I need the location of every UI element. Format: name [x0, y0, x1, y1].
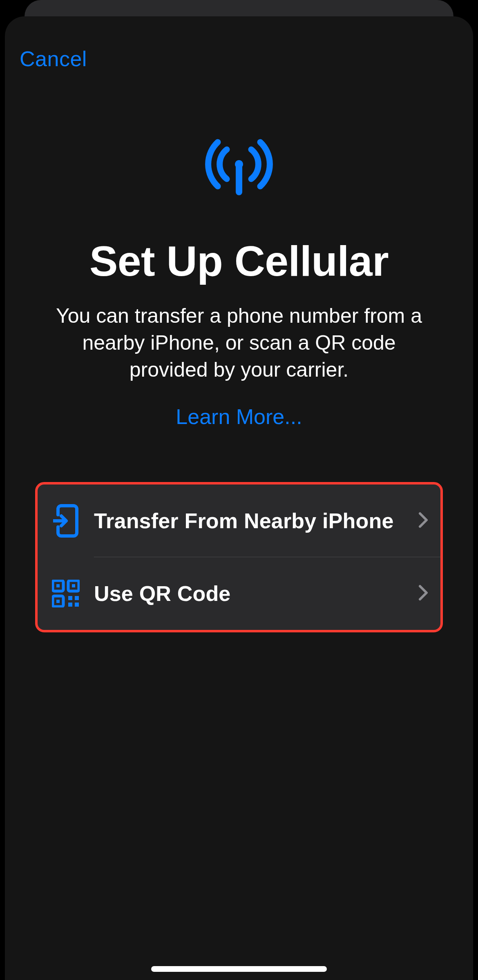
options-list: Transfer From Nearby iPhone [35, 482, 443, 632]
chevron-right-icon [418, 512, 428, 530]
transfer-in-icon [47, 504, 84, 538]
page-title: Set Up Cellular [5, 237, 473, 286]
cancel-button[interactable]: Cancel [20, 47, 87, 71]
learn-more-link[interactable]: Learn More... [5, 404, 473, 429]
row-label: Transfer From Nearby iPhone [84, 509, 418, 533]
svg-rect-1 [56, 584, 60, 587]
cellular-antenna-icon [202, 135, 276, 202]
svg-rect-3 [72, 584, 75, 587]
home-indicator[interactable] [151, 966, 327, 972]
svg-rect-8 [68, 603, 72, 607]
qr-code-icon [47, 580, 84, 607]
row-label: Use QR Code [84, 581, 418, 606]
svg-rect-7 [75, 596, 79, 600]
background-sheet [25, 0, 453, 16]
modal-sheet: Cancel Set Up Cellular You can transfer … [5, 16, 473, 980]
svg-rect-6 [68, 596, 72, 600]
chevron-right-icon [418, 585, 428, 603]
page-subtitle: You can transfer a phone number from a n… [54, 302, 424, 383]
svg-rect-5 [56, 600, 60, 603]
svg-rect-9 [75, 603, 79, 607]
transfer-from-nearby-iphone-row[interactable]: Transfer From Nearby iPhone [38, 484, 440, 557]
use-qr-code-row[interactable]: Use QR Code [38, 557, 440, 630]
